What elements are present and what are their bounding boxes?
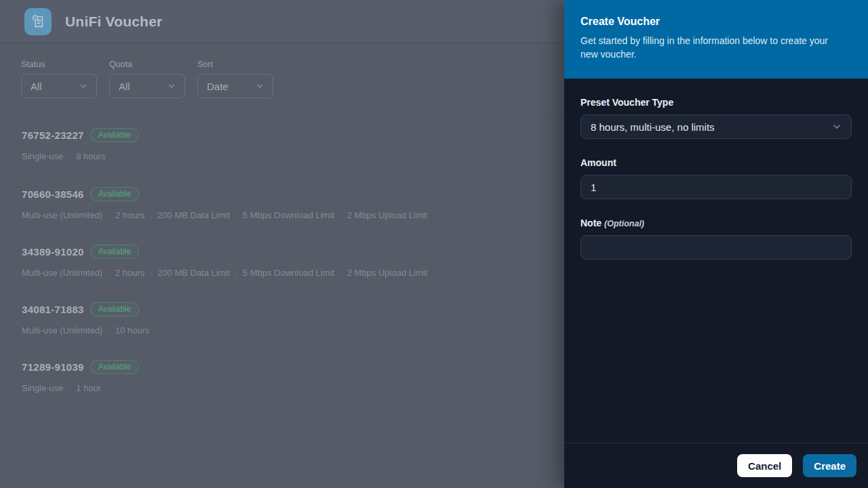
- cancel-button[interactable]: Cancel: [737, 454, 792, 477]
- preset-type-select[interactable]: 8 hours, multi-use, no limits: [580, 115, 852, 139]
- note-label: Note (Optional): [580, 218, 852, 228]
- drawer-footer: Cancel Create: [564, 443, 868, 488]
- drawer-title: Create Voucher: [580, 16, 852, 28]
- amount-label: Amount: [580, 157, 852, 168]
- drawer-header: Create Voucher Get started by filling in…: [564, 0, 868, 79]
- drawer-backdrop[interactable]: [0, 0, 564, 488]
- screen: UniFi Voucher Status All Quota All Sort: [0, 0, 868, 488]
- drawer-body: Preset Voucher Type 8 hours, multi-use, …: [564, 79, 868, 443]
- preset-type-label: Preset Voucher Type: [580, 97, 852, 108]
- note-optional-hint: (Optional): [604, 219, 644, 228]
- drawer-subtitle: Get started by filling in the informatio…: [580, 34, 846, 61]
- note-input[interactable]: [580, 235, 852, 260]
- preset-type-value: 8 hours, multi-use, no limits: [591, 121, 715, 133]
- create-button[interactable]: Create: [803, 454, 856, 477]
- chevron-down-icon: [831, 121, 842, 132]
- create-voucher-drawer: Create Voucher Get started by filling in…: [564, 0, 868, 488]
- amount-input[interactable]: [580, 175, 852, 199]
